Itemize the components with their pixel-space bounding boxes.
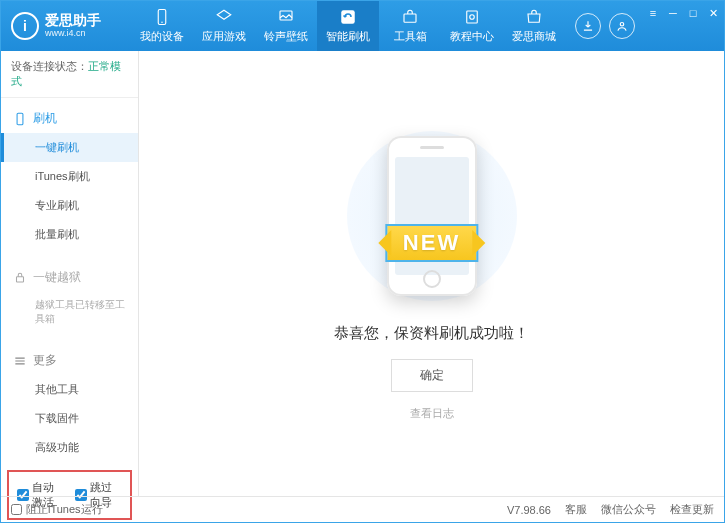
nav-label: 应用游戏 — [202, 29, 246, 44]
sidebar-item-batch-flash[interactable]: 批量刷机 — [1, 220, 138, 249]
nav-label: 工具箱 — [394, 29, 427, 44]
download-button[interactable] — [575, 13, 601, 39]
wallpaper-icon — [277, 8, 295, 26]
svg-rect-5 — [467, 11, 478, 23]
nav-smart-flash[interactable]: 智能刷机 — [317, 1, 379, 51]
sidebar-item-itunes-flash[interactable]: iTunes刷机 — [1, 162, 138, 191]
toolbox-icon — [401, 8, 419, 26]
maximize-button[interactable]: □ — [685, 5, 701, 21]
body: 设备连接状态：正常模式 刷机 一键刷机 iTunes刷机 专业刷机 批量刷机 一… — [1, 51, 724, 496]
svg-rect-9 — [17, 276, 24, 281]
wechat-link[interactable]: 微信公众号 — [601, 502, 656, 517]
sidebar-header-jailbreak[interactable]: 一键越狱 — [1, 263, 138, 292]
nav-label: 我的设备 — [140, 29, 184, 44]
support-link[interactable]: 客服 — [565, 502, 587, 517]
brand-logo-icon: i — [11, 12, 39, 40]
titlebar: i 爱思助手 www.i4.cn 我的设备 应用游戏 铃声壁纸 智能刷机 — [1, 1, 724, 51]
titlebar-right-icons — [565, 1, 645, 51]
nav-label: 爱思商城 — [512, 29, 556, 44]
nav-tutorials[interactable]: 教程中心 — [441, 1, 503, 51]
side-section-flash: 刷机 一键刷机 iTunes刷机 专业刷机 批量刷机 — [1, 98, 138, 253]
new-ribbon: NEW — [385, 224, 478, 262]
app-window: i 爱思助手 www.i4.cn 我的设备 应用游戏 铃声壁纸 智能刷机 — [0, 0, 725, 523]
success-illustration: NEW — [332, 126, 532, 306]
svg-rect-8 — [17, 113, 23, 125]
check-update-link[interactable]: 检查更新 — [670, 502, 714, 517]
checkbox-block-itunes[interactable]: 阻止iTunes运行 — [11, 502, 103, 517]
svg-point-6 — [470, 15, 475, 20]
sidebar-header-label: 刷机 — [33, 110, 57, 127]
nav-label: 铃声壁纸 — [264, 29, 308, 44]
jailbreak-note: 越狱工具已转移至工具箱 — [1, 292, 138, 332]
nav-label: 智能刷机 — [326, 29, 370, 44]
side-section-more: 更多 其他工具 下载固件 高级功能 — [1, 340, 138, 466]
nav-apps[interactable]: 应用游戏 — [193, 1, 255, 51]
svg-point-1 — [161, 22, 163, 24]
nav-my-device[interactable]: 我的设备 — [131, 1, 193, 51]
view-log-link[interactable]: 查看日志 — [410, 406, 454, 421]
brand: i 爱思助手 www.i4.cn — [1, 1, 131, 51]
phone-icon — [13, 112, 27, 126]
nav-store[interactable]: 爱思商城 — [503, 1, 565, 51]
main-content: NEW 恭喜您，保资料刷机成功啦！ 确定 查看日志 — [139, 51, 724, 496]
sidebar-header-flash[interactable]: 刷机 — [1, 104, 138, 133]
lock-icon — [13, 271, 27, 285]
success-message: 恭喜您，保资料刷机成功啦！ — [334, 324, 529, 343]
sidebar-header-more[interactable]: 更多 — [1, 346, 138, 375]
nav-toolbox[interactable]: 工具箱 — [379, 1, 441, 51]
sidebar: 设备连接状态：正常模式 刷机 一键刷机 iTunes刷机 专业刷机 批量刷机 一… — [1, 51, 139, 496]
phone-icon — [153, 8, 171, 26]
ribbon-text: NEW — [385, 224, 478, 262]
close-button[interactable]: ✕ — [705, 5, 721, 21]
statusbar: 阻止iTunes运行 V7.98.66 客服 微信公众号 检查更新 — [1, 496, 724, 522]
sidebar-item-pro-flash[interactable]: 专业刷机 — [1, 191, 138, 220]
status-label: 设备连接状态： — [11, 60, 88, 72]
version-label: V7.98.66 — [507, 504, 551, 516]
apps-icon — [215, 8, 233, 26]
sidebar-item-advanced[interactable]: 高级功能 — [1, 433, 138, 462]
connection-status: 设备连接状态：正常模式 — [1, 51, 138, 98]
ok-button[interactable]: 确定 — [391, 359, 473, 392]
brand-url: www.i4.cn — [45, 29, 101, 39]
store-icon — [525, 8, 543, 26]
main-nav: 我的设备 应用游戏 铃声壁纸 智能刷机 工具箱 教程中心 — [131, 1, 565, 51]
window-controls: ≡ ─ □ ✕ — [645, 1, 725, 51]
brand-logo-letter: i — [23, 18, 27, 34]
sidebar-item-download-firmware[interactable]: 下载固件 — [1, 404, 138, 433]
checkbox-input[interactable] — [11, 504, 22, 515]
svg-rect-3 — [341, 10, 355, 24]
sidebar-item-oneclick-flash[interactable]: 一键刷机 — [1, 133, 138, 162]
menu-icon[interactable]: ≡ — [645, 5, 661, 21]
minimize-button[interactable]: ─ — [665, 5, 681, 21]
side-section-jailbreak: 一键越狱 越狱工具已转移至工具箱 — [1, 257, 138, 336]
sidebar-header-label: 更多 — [33, 352, 57, 369]
phone-illustration — [387, 136, 477, 296]
menu-icon — [13, 354, 27, 368]
svg-point-7 — [620, 23, 624, 27]
account-button[interactable] — [609, 13, 635, 39]
checkbox-label: 阻止iTunes运行 — [26, 502, 103, 517]
sidebar-header-label: 一键越狱 — [33, 269, 81, 286]
book-icon — [463, 8, 481, 26]
brand-title: 爱思助手 — [45, 13, 101, 28]
nav-label: 教程中心 — [450, 29, 494, 44]
flash-icon — [339, 8, 357, 26]
nav-ringtones[interactable]: 铃声壁纸 — [255, 1, 317, 51]
svg-rect-4 — [404, 14, 416, 22]
sidebar-item-other-tools[interactable]: 其他工具 — [1, 375, 138, 404]
